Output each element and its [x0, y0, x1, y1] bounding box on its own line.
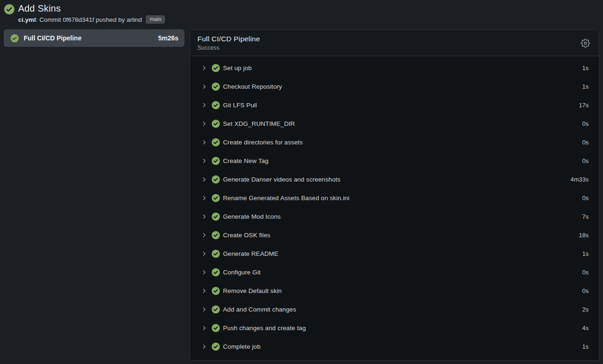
success-check-icon [211, 175, 220, 184]
step-duration: 4m33s [570, 176, 589, 183]
step-name: Git LFS Pull [223, 102, 257, 109]
success-check-icon [10, 34, 19, 43]
success-check-icon [211, 194, 220, 202]
step-row[interactable]: Git LFS Pull 17s [190, 96, 599, 114]
step-name: Set up job [223, 65, 252, 72]
step-row[interactable]: Add and Commit changes 2s [190, 300, 599, 318]
step-row[interactable]: Create directories for assets 0s [190, 133, 599, 151]
step-duration: 0s [582, 120, 589, 127]
step-row[interactable]: Set up job 1s [190, 58, 599, 77]
step-name: Checkout Repository [223, 83, 282, 90]
success-check-icon [211, 212, 220, 221]
chevron-right-icon [201, 139, 207, 145]
chevron-right-icon [201, 232, 207, 238]
step-row[interactable]: Configure Git 0s [190, 263, 599, 281]
step-name: Rename Generated Assets Based on skin.in… [223, 195, 349, 202]
step-name: Create OSK files [223, 232, 270, 239]
chevron-right-icon [201, 158, 207, 164]
step-row[interactable]: Generate Danser videos and screenshots 4… [190, 170, 599, 188]
step-name: Push changes and create tag [223, 325, 306, 332]
step-row[interactable]: Rename Generated Assets Based on skin.in… [190, 188, 599, 207]
run-header: Add Skins ci.yml: Commit 0f678d341f push… [0, 0, 603, 24]
chevron-right-icon [201, 121, 207, 127]
success-check-icon [211, 82, 220, 91]
commit-text: : Commit 0f678d341f pushed by arlind [36, 16, 142, 23]
gear-icon [581, 39, 590, 48]
commit-line: ci.yml: Commit 0f678d341f pushed by arli… [18, 15, 165, 24]
chevron-right-icon [201, 306, 207, 312]
job-detail-panel: Full CI/CD Pipeline Success [190, 29, 599, 361]
chevron-right-icon [201, 251, 207, 257]
job-panel-title: Full CI/CD Pipeline [197, 35, 260, 43]
success-check-icon [211, 324, 220, 332]
chevron-right-icon [201, 214, 207, 220]
job-panel-header: Full CI/CD Pipeline Success [190, 30, 599, 56]
chevron-right-icon [201, 176, 207, 182]
step-duration: 1s [582, 250, 589, 257]
step-name: Generate Danser videos and screenshots [223, 176, 341, 183]
success-check-icon [211, 138, 220, 147]
step-name: Create directories for assets [223, 139, 303, 146]
success-check-icon [211, 305, 220, 314]
chevron-right-icon [201, 269, 207, 275]
job-settings-button[interactable] [579, 37, 591, 49]
step-name: Add and Commit changes [223, 306, 296, 313]
step-duration: 0s [582, 287, 589, 294]
success-check-icon [211, 231, 220, 240]
step-duration: 2s [582, 306, 589, 313]
success-check-icon [211, 119, 220, 128]
steps-list: Set up job 1s Checkout Repository 1s [190, 56, 599, 360]
chevron-right-icon [201, 195, 207, 201]
step-name: Generate Mod Icons [223, 213, 281, 220]
step-name: Remove Default skin [223, 287, 282, 294]
success-check-icon [211, 156, 220, 165]
step-row[interactable]: Push changes and create tag 4s [190, 318, 599, 337]
step-row[interactable]: Checkout Repository 1s [190, 77, 599, 96]
job-duration: 5m26s [158, 34, 178, 42]
step-row[interactable]: Generate README 1s [190, 244, 599, 263]
step-duration: 1s [582, 83, 589, 90]
run-title: Add Skins [18, 3, 165, 13]
success-check-icon [211, 101, 220, 110]
chevron-right-icon [201, 65, 207, 71]
run-body: Full CI/CD Pipeline 5m26s Full CI/CD Pip… [0, 29, 603, 361]
chevron-right-icon [201, 288, 207, 294]
step-duration: 0s [582, 139, 589, 146]
step-row[interactable]: Create New Tag 0s [190, 151, 599, 170]
step-duration: 4s [582, 325, 589, 332]
step-name: Create New Tag [223, 157, 269, 164]
step-name: Generate README [223, 250, 278, 257]
job-name: Full CI/CD Pipeline [24, 34, 81, 42]
step-name: Configure Git [223, 269, 261, 276]
step-row[interactable]: Complete job 1s [190, 337, 599, 356]
chevron-right-icon [201, 102, 207, 108]
success-check-icon [211, 286, 220, 295]
job-panel-titles: Full CI/CD Pipeline Success [197, 35, 260, 51]
branch-badge[interactable]: main [146, 15, 165, 24]
step-duration: 0s [582, 269, 589, 276]
chevron-right-icon [201, 84, 207, 90]
success-check-icon [211, 249, 220, 258]
chevron-right-icon [201, 325, 207, 331]
workflow-file: ci.yml [18, 16, 36, 23]
step-name: Complete job [223, 343, 261, 350]
step-duration: 17s [579, 102, 589, 109]
step-row[interactable]: Remove Default skin 0s [190, 281, 599, 300]
chevron-right-icon [201, 344, 207, 350]
step-duration: 7s [582, 213, 589, 220]
step-name: Set XDG_RUNTIME_DIR [223, 120, 295, 127]
step-duration: 1s [582, 343, 589, 350]
step-duration: 0s [582, 195, 589, 202]
step-row[interactable]: Create OSK files 18s [190, 226, 599, 244]
step-duration: 18s [579, 232, 589, 239]
success-check-icon [211, 64, 220, 72]
step-row[interactable]: Set XDG_RUNTIME_DIR 0s [190, 114, 599, 133]
step-duration: 0s [582, 157, 589, 164]
run-header-text: Add Skins ci.yml: Commit 0f678d341f push… [18, 3, 165, 24]
sidebar-job-item[interactable]: Full CI/CD Pipeline 5m26s [4, 29, 184, 47]
jobs-sidebar: Full CI/CD Pipeline 5m26s [4, 29, 184, 47]
job-panel-status: Success [197, 45, 260, 51]
step-row[interactable]: Generate Mod Icons 7s [190, 207, 599, 226]
success-check-icon [211, 268, 220, 277]
step-duration: 1s [582, 65, 589, 72]
